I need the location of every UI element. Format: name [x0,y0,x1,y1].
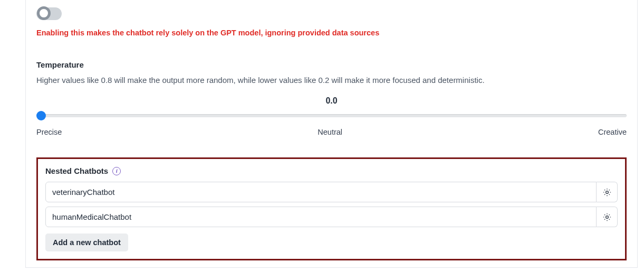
slider-label-creative: Creative [598,128,627,136]
nested-chatbot-name-input[interactable] [45,182,597,202]
toggle-knob [37,6,51,20]
nested-chatbot-row [45,207,618,227]
gear-icon [602,188,612,197]
svg-point-1 [605,216,608,218]
temperature-help-text: Higher values like 0.8 will make the out… [36,74,627,86]
temperature-label: Temperature [36,60,627,69]
nested-chatbot-settings-button[interactable] [597,207,618,227]
slider-thumb[interactable] [36,111,46,120]
nested-chatbot-row [45,182,618,202]
info-icon[interactable]: i [112,167,121,175]
nested-chatbot-settings-button[interactable] [597,182,618,202]
gear-icon [602,212,612,222]
slider-track [41,114,627,117]
nested-chatbots-section: Nested Chatbots i Add a new chatbot [36,157,627,260]
ignore-sources-warning: Enabling this makes the chatbot rely sol… [36,27,627,38]
nested-chatbots-title: Nested Chatbots [45,166,108,175]
nested-chatbot-name-input[interactable] [45,207,597,227]
slider-label-neutral: Neutral [318,128,342,136]
svg-point-0 [605,191,608,193]
ignore-sources-toggle[interactable] [36,7,62,20]
slider-label-precise: Precise [36,128,62,136]
temperature-slider[interactable] [36,111,627,120]
temperature-value: 0.0 [36,96,627,106]
add-chatbot-button[interactable]: Add a new chatbot [45,233,128,251]
settings-panel: Ignore the uploaded data sources Enablin… [25,0,638,268]
